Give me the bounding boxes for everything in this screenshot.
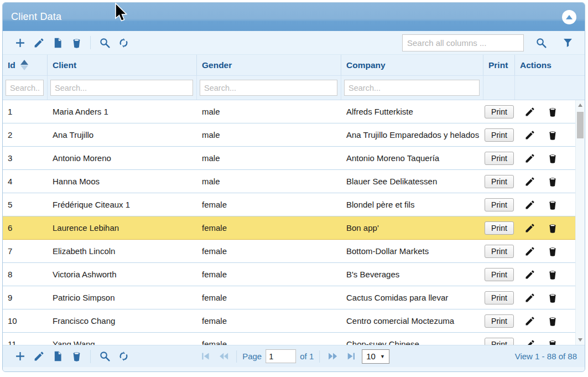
column-header-print-label: Print bbox=[488, 60, 508, 70]
chevron-down-icon: ▼ bbox=[380, 354, 385, 359]
delete-row-button[interactable] bbox=[547, 292, 559, 304]
pager-refresh-button[interactable] bbox=[114, 349, 133, 364]
print-button[interactable]: Print bbox=[485, 338, 514, 345]
delete-row-button[interactable] bbox=[547, 129, 559, 141]
print-button[interactable]: Print bbox=[485, 128, 514, 142]
add-record-button[interactable] bbox=[11, 35, 29, 50]
table-row[interactable]: 6 Laurence Lebihan female Bon app' Print bbox=[3, 216, 575, 240]
delete-row-button[interactable] bbox=[547, 268, 559, 281]
pager-add-record-button[interactable] bbox=[11, 349, 29, 364]
edit-row-button[interactable] bbox=[524, 106, 536, 118]
print-button[interactable]: Print bbox=[485, 152, 514, 165]
page-number-input[interactable] bbox=[266, 349, 296, 363]
table-row[interactable]: 11 Yang Wang female Chop-suey Chinese Pr… bbox=[3, 333, 575, 345]
edit-row-button[interactable] bbox=[524, 129, 536, 141]
column-header-gender[interactable]: Gender bbox=[197, 55, 341, 75]
edit-icon bbox=[524, 292, 535, 303]
print-button[interactable]: Print bbox=[485, 245, 514, 258]
edit-row-button[interactable] bbox=[524, 222, 536, 234]
column-header-company-label: Company bbox=[346, 60, 386, 70]
delete-record-button[interactable] bbox=[67, 35, 86, 50]
table-row[interactable]: 9 Patricio Simpson female Cactus Comidas… bbox=[3, 286, 575, 309]
delete-row-button[interactable] bbox=[547, 152, 559, 164]
column-header-company[interactable]: Company bbox=[341, 55, 483, 75]
page-size-select[interactable]: 10 ▼ bbox=[362, 349, 389, 364]
print-button[interactable]: Print bbox=[485, 314, 514, 328]
cell-client: Patricio Simpson bbox=[48, 293, 197, 302]
collapse-grid-button[interactable] bbox=[562, 10, 576, 24]
pager-copy-record-button[interactable] bbox=[48, 349, 67, 364]
edit-row-button[interactable] bbox=[524, 152, 536, 164]
edit-record-button[interactable] bbox=[29, 35, 48, 50]
print-button[interactable]: Print bbox=[485, 268, 514, 281]
sort-icon[interactable] bbox=[20, 60, 28, 70]
edit-icon bbox=[524, 199, 535, 210]
filter-input-company[interactable] bbox=[344, 80, 480, 96]
delete-row-button[interactable] bbox=[547, 222, 559, 234]
delete-row-button[interactable] bbox=[547, 315, 559, 327]
scrollbar-thumb[interactable] bbox=[577, 112, 584, 138]
column-header-id[interactable]: Id bbox=[3, 55, 48, 75]
table-row[interactable]: 2 Ana Trujillo male Ana Trujillo Empared… bbox=[3, 123, 575, 147]
print-button[interactable]: Print bbox=[485, 175, 514, 188]
column-header-actions: Actions bbox=[515, 55, 585, 75]
cell-id: 4 bbox=[3, 177, 48, 186]
filter-input-client[interactable] bbox=[50, 80, 193, 96]
scroll-up-arrow-icon[interactable] bbox=[578, 104, 582, 107]
table-row[interactable]: 4 Hanna Moos male Blauer See Delikatesse… bbox=[3, 170, 575, 193]
delete-row-button[interactable] bbox=[547, 106, 559, 118]
cell-company: Alfreds Futterkiste bbox=[341, 107, 483, 116]
table-row[interactable]: 1 Maria Anders 1 male Alfreds Futterkist… bbox=[3, 100, 575, 123]
prev-page-button[interactable] bbox=[216, 350, 231, 363]
table-row[interactable]: 7 Elizabeth Lincoln female Bottom-Dollar… bbox=[3, 240, 575, 263]
column-header-actions-label: Actions bbox=[520, 60, 551, 70]
copy-record-button[interactable] bbox=[48, 35, 67, 50]
cell-id: 1 bbox=[3, 107, 48, 116]
delete-icon bbox=[71, 350, 82, 362]
global-search-button[interactable] bbox=[532, 35, 550, 50]
table-row[interactable]: 3 Antonio Moreno male Antonio Moreno Taq… bbox=[3, 147, 575, 170]
last-page-button[interactable] bbox=[344, 350, 358, 363]
table-row[interactable]: 8 Victoria Ashworth female B's Beverages… bbox=[3, 263, 575, 286]
delete-row-button[interactable] bbox=[547, 245, 559, 257]
scroll-down-arrow-icon[interactable] bbox=[578, 338, 582, 342]
table-row[interactable]: 10 Francisco Chang female Centro comerci… bbox=[3, 309, 575, 333]
page-size-value: 10 bbox=[366, 352, 376, 361]
edit-icon bbox=[524, 316, 535, 327]
refresh-icon bbox=[118, 350, 129, 362]
refresh-button[interactable] bbox=[114, 35, 133, 50]
print-button[interactable]: Print bbox=[485, 221, 514, 235]
cell-gender: male bbox=[197, 177, 341, 186]
pager-edit-record-button[interactable] bbox=[29, 349, 48, 364]
edit-row-button[interactable] bbox=[524, 199, 536, 211]
search-all-columns-input[interactable] bbox=[402, 34, 524, 51]
edit-row-button[interactable] bbox=[524, 292, 536, 304]
vertical-scrollbar[interactable] bbox=[575, 100, 585, 345]
edit-row-button[interactable] bbox=[524, 315, 536, 327]
edit-row-button[interactable] bbox=[524, 268, 536, 281]
toggle-filter-row-button[interactable] bbox=[558, 35, 577, 50]
cell-client: Elizabeth Lincoln bbox=[48, 246, 197, 256]
edit-row-button[interactable] bbox=[524, 245, 536, 257]
first-page-button[interactable] bbox=[198, 350, 212, 363]
next-page-button[interactable] bbox=[325, 350, 340, 363]
copy-icon bbox=[52, 350, 64, 362]
column-header-gender-label: Gender bbox=[202, 60, 232, 70]
delete-row-button[interactable] bbox=[547, 338, 559, 345]
search-dialog-button[interactable] bbox=[95, 35, 114, 50]
filter-input-gender[interactable] bbox=[200, 80, 337, 96]
filter-input-id[interactable] bbox=[6, 80, 44, 96]
delete-row-button[interactable] bbox=[547, 199, 559, 211]
table-row[interactable]: 5 Frédérique Citeaux 1 female Blondel pè… bbox=[3, 193, 575, 216]
column-header-client[interactable]: Client bbox=[48, 55, 197, 75]
pager-search-button[interactable] bbox=[95, 349, 114, 364]
edit-icon bbox=[524, 130, 535, 141]
edit-row-button[interactable] bbox=[524, 175, 536, 188]
print-button[interactable]: Print bbox=[485, 105, 514, 118]
edit-row-button[interactable] bbox=[524, 338, 536, 345]
print-button[interactable]: Print bbox=[485, 198, 514, 211]
pager-delete-record-button[interactable] bbox=[67, 349, 86, 364]
print-button[interactable]: Print bbox=[485, 291, 514, 304]
edit-icon bbox=[33, 350, 45, 362]
delete-row-button[interactable] bbox=[547, 175, 559, 188]
